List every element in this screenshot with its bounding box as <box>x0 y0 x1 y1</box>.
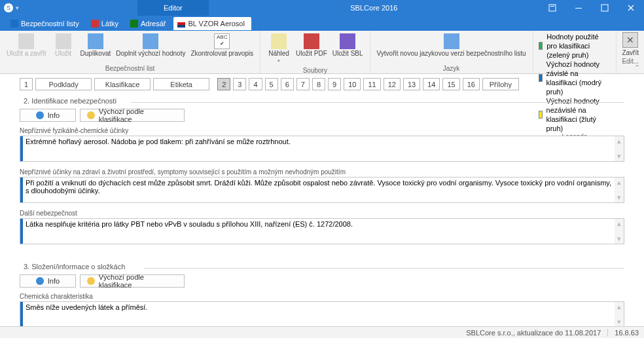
subtab-bezpecnostni-listy[interactable]: Bezpečnostní listy <box>7 17 86 30</box>
content-area: 2. Identifikace nebezpečnosti Info Výcho… <box>0 94 644 326</box>
save-pdf-button[interactable]: Uložit PDF <box>293 32 330 58</box>
nav-page-9[interactable]: 9 <box>328 78 341 90</box>
spellcheck-button[interactable]: ABC✔Zkontrolovat pravopis <box>188 32 256 58</box>
close-label: Zavřít <box>622 49 639 56</box>
nav-page-6[interactable]: 6 <box>281 78 294 90</box>
nav-page-7[interactable]: 7 <box>296 78 310 90</box>
spellcheck-icon: ABC✔ <box>214 33 230 49</box>
field-phys-chem-input[interactable] <box>23 136 615 161</box>
nav-page-15[interactable]: 15 <box>442 78 459 90</box>
window-close-button[interactable] <box>618 0 644 16</box>
field-label: Nepříznivé účinky na zdraví a životní pr… <box>20 168 624 176</box>
nav-prilohy[interactable]: Přílohy <box>482 78 519 90</box>
nav-page-10[interactable]: 10 <box>344 78 361 90</box>
info-icon <box>36 277 44 285</box>
nav-1[interactable]: 1 <box>20 78 33 90</box>
default-by-classification-button[interactable]: Výchozí podle klasifikace <box>80 109 185 122</box>
window-maximize-button[interactable] <box>592 0 618 16</box>
nav-page-12[interactable]: 12 <box>384 78 401 90</box>
save-icon <box>56 33 71 49</box>
doc-icon <box>91 20 99 28</box>
default-by-classification-button-3[interactable]: Výchozí podle klasifikace <box>80 274 185 288</box>
subtab-adresar[interactable]: Adresář <box>126 17 173 30</box>
status-bar: SBLCore s.r.o., aktualizace do 11.08.201… <box>0 326 644 338</box>
group-label-jazyk: Jazyk <box>370 65 533 73</box>
info-button[interactable]: Info <box>20 109 76 122</box>
legend-swatch-blue <box>539 74 543 82</box>
ribbon-collapse-icon[interactable]: ⌃ <box>634 64 640 72</box>
duplicate-icon <box>88 33 103 49</box>
subtab-latky[interactable]: Látky <box>87 17 125 30</box>
field-chem-char: Chemická charakteristika ▴▾ <box>20 293 624 326</box>
scroll-icon[interactable]: ▴▾ <box>615 219 624 244</box>
nav-page-5[interactable]: 5 <box>265 78 278 90</box>
field-label: Nepříznivé fyzikálně-chemické účinky <box>20 127 624 134</box>
save-sbl-button[interactable]: Uložit SBL <box>330 32 366 58</box>
duplicate-button[interactable]: Duplikovat <box>78 32 114 58</box>
group-label-soubory: Soubory <box>260 67 369 75</box>
field-health-env-input[interactable] <box>23 178 615 202</box>
sbl-icon <box>340 33 355 49</box>
status-version: 16.8.63 <box>615 329 639 337</box>
app-icon: S <box>4 3 13 12</box>
pdf-icon <box>304 33 319 49</box>
svg-rect-3 <box>601 5 608 11</box>
legend-swatch-green <box>539 42 543 50</box>
preview-button[interactable]: Náhled▾ <box>264 32 293 66</box>
window-help-button[interactable] <box>539 0 565 16</box>
field-label: Další nebezpečnost <box>20 210 624 217</box>
title-bar: S ▾ Editor SBLCore 2016 <box>0 0 644 16</box>
bulb-icon <box>87 277 95 285</box>
nav-page-14[interactable]: 14 <box>423 78 440 90</box>
svg-rect-2 <box>575 8 582 9</box>
bulb-icon <box>87 111 95 119</box>
preview-icon <box>271 33 287 49</box>
window-minimize-button[interactable] <box>565 0 592 16</box>
field-label: Chemická charakteristika <box>20 293 624 300</box>
flag-cz-icon <box>177 20 185 28</box>
fill-icon <box>143 33 158 49</box>
info-icon <box>36 111 44 119</box>
fill-defaults-button[interactable]: Doplnit výchozí hodnoty <box>113 32 188 58</box>
save-close-icon <box>18 33 34 49</box>
qat-down-icon[interactable]: ▾ <box>16 5 19 11</box>
close-editor-button[interactable]: ✕ <box>622 32 638 48</box>
document-tabs: Bezpečnostní listy Látky Adresář BL VZOR… <box>0 16 644 30</box>
doc-icon <box>130 20 138 28</box>
nav-page-2[interactable]: 2 <box>217 78 230 90</box>
field-chem-char-input[interactable] <box>23 302 615 326</box>
language-icon <box>444 33 459 49</box>
scroll-icon[interactable]: ▴▾ <box>615 136 624 161</box>
nav-podklady[interactable]: Podklady <box>35 78 92 90</box>
field-other-hazard: Další nebezpečnost ▴▾ <box>20 210 624 244</box>
status-text: SBLCore s.r.o., aktualizace do 11.08.201… <box>466 329 601 337</box>
scroll-icon[interactable]: ▴▾ <box>615 178 624 202</box>
nav-page-3[interactable]: 3 <box>233 78 246 90</box>
ribbon: Uložit a zavřít Uložit Duplikovat Doplni… <box>0 31 644 74</box>
nav-klasifikace[interactable]: Klasifikace <box>94 78 151 90</box>
nav-etiketa[interactable]: Etiketa <box>153 78 209 90</box>
legend-text: Výchozí hodnoty závislé na klasifikaci (… <box>546 60 611 96</box>
save-close-button[interactable]: Uložit a zavřít <box>4 32 49 58</box>
svg-rect-0 <box>549 5 556 11</box>
nav-page-4[interactable]: 4 <box>249 78 262 90</box>
info-button-3[interactable]: Info <box>20 274 76 288</box>
nav-page-8[interactable]: 8 <box>312 78 325 90</box>
save-button[interactable]: Uložit <box>49 32 78 58</box>
field-health-env: Nepříznivé účinky na zdraví a životní pr… <box>20 168 624 203</box>
nav-page-16[interactable]: 16 <box>463 78 480 90</box>
nav-page-13[interactable]: 13 <box>403 78 420 90</box>
section-2-heading: 2. Identifikace nebezpečnosti <box>20 97 624 105</box>
nav-page-11[interactable]: 11 <box>363 78 380 90</box>
group-label-bl: Bezpečnostní list <box>0 65 260 73</box>
legend-text: Hodnoty použité pro klasifikaci (zelený … <box>546 32 611 60</box>
app-title: SBLCore 2016 <box>209 3 539 12</box>
doc-icon <box>10 20 18 28</box>
scroll-icon[interactable]: ▴▾ <box>615 302 624 326</box>
subtab-bl-vzor-aerosol[interactable]: BL VZOR Aerosol <box>173 17 251 30</box>
svg-rect-1 <box>550 6 554 7</box>
field-other-hazard-input[interactable] <box>23 219 615 244</box>
new-language-button[interactable]: Vytvořit novou jazykovou verzi bezpečnos… <box>374 32 529 58</box>
tab-editor[interactable]: Editor <box>137 0 209 16</box>
section-3-heading: 3. Složení/informace o složkách <box>20 263 624 271</box>
